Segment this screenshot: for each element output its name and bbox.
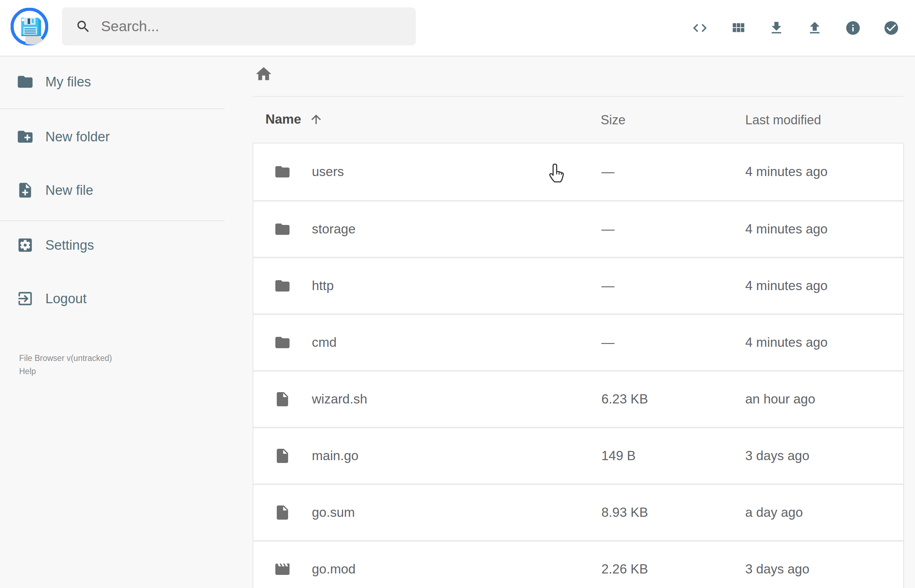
- file-icon: [274, 391, 291, 408]
- file-type-icon: [274, 221, 291, 237]
- search-input[interactable]: [101, 18, 402, 35]
- file-size: 6.23 KB: [601, 392, 648, 407]
- switch-view-grid-icon[interactable]: [730, 20, 746, 36]
- folder-icon: [274, 277, 291, 294]
- file-modified: an hour ago: [745, 392, 815, 407]
- file-listing: users — 4 minutes ago storage — 4 minute…: [253, 143, 904, 588]
- sidebar-footer: File Browser v(untracked) Help: [19, 352, 112, 378]
- file-icon: [274, 447, 291, 464]
- file-type-icon: [274, 334, 291, 351]
- file-row[interactable]: http — 4 minutes ago: [253, 257, 903, 313]
- file-browser-logo[interactable]: [11, 8, 48, 45]
- info-icon[interactable]: [845, 20, 861, 36]
- breadcrumb-divider: [253, 96, 904, 97]
- file-icon: [274, 504, 291, 521]
- file-row[interactable]: main.go 149 B 3 days ago: [253, 427, 903, 483]
- file-row[interactable]: cmd — 4 minutes ago: [253, 313, 903, 370]
- file-row[interactable]: storage — 4 minutes ago: [253, 200, 903, 257]
- file-modified: 4 minutes ago: [745, 222, 828, 237]
- file-type-icon: [274, 561, 291, 578]
- sidebar-item-label: Settings: [45, 237, 94, 253]
- download-icon[interactable]: [768, 20, 785, 36]
- sidebar-divider: [0, 108, 225, 109]
- logout-icon: [16, 290, 34, 307]
- file-modified: 4 minutes ago: [745, 164, 828, 179]
- select-multiple-check-icon[interactable]: [883, 20, 899, 36]
- folder-icon: [274, 221, 291, 237]
- file-type-icon: [274, 391, 291, 408]
- sidebar-item-logout[interactable]: Logout: [0, 284, 225, 313]
- file-name: http: [312, 278, 334, 293]
- new-file-icon: [16, 181, 34, 199]
- file-type-icon: [274, 447, 291, 464]
- sidebar-item-new-folder[interactable]: New folder: [0, 123, 225, 151]
- folder-icon: [274, 163, 291, 180]
- file-row[interactable]: go.mod 2.26 KB 3 days ago: [253, 540, 903, 588]
- sidebar-item-label: New file: [45, 183, 93, 198]
- shell-icon[interactable]: [692, 20, 708, 36]
- sort-by-name-header[interactable]: Name: [265, 112, 323, 127]
- sort-ascending-arrow-icon: [309, 112, 323, 126]
- file-name: cmd: [312, 335, 337, 350]
- file-type-icon: [274, 163, 291, 180]
- search-bar[interactable]: [62, 7, 416, 45]
- file-name: main.go: [312, 448, 359, 463]
- folder-icon: [274, 334, 291, 351]
- search-icon: [76, 19, 91, 34]
- file-name: wizard.sh: [312, 392, 367, 407]
- topbar-actions: [692, 0, 899, 56]
- sidebar-divider: [0, 220, 225, 221]
- file-modified: 4 minutes ago: [745, 335, 828, 350]
- file-row[interactable]: users — 4 minutes ago: [253, 144, 903, 200]
- file-size: —: [601, 222, 614, 237]
- sidebar: My files New folder New file Settings: [0, 57, 225, 588]
- breadcrumb-home-icon[interactable]: [254, 65, 273, 83]
- file-size: 2.26 KB: [601, 562, 648, 577]
- sidebar-item-label: My files: [45, 74, 91, 90]
- file-modified: 3 days ago: [745, 448, 809, 463]
- sidebar-item-my-files[interactable]: My files: [0, 68, 225, 96]
- settings-icon: [16, 236, 34, 254]
- file-modified: a day ago: [745, 505, 803, 520]
- sidebar-item-settings[interactable]: Settings: [0, 231, 225, 259]
- file-name: users: [312, 164, 344, 179]
- sidebar-item-label: New folder: [45, 129, 110, 145]
- sort-by-modified-header[interactable]: Last modified: [745, 113, 821, 128]
- file-type-icon: [274, 277, 291, 294]
- app-version: File Browser v(untracked): [19, 352, 112, 365]
- listing-header: Name Size Last modified: [253, 112, 904, 129]
- new-folder-icon: [16, 128, 34, 145]
- movie-icon: [274, 561, 291, 578]
- file-row[interactable]: go.sum 8.93 KB a day ago: [253, 483, 903, 540]
- file-name: go.sum: [312, 505, 355, 520]
- sidebar-item-new-file[interactable]: New file: [0, 176, 225, 204]
- file-row[interactable]: wizard.sh 6.23 KB an hour ago: [253, 370, 903, 427]
- file-size: 8.93 KB: [601, 505, 648, 520]
- file-name: storage: [312, 222, 356, 237]
- file-modified: 4 minutes ago: [745, 278, 828, 293]
- file-type-icon: [274, 504, 291, 521]
- name-header-label: Name: [265, 112, 301, 127]
- folder-icon: [16, 73, 34, 90]
- file-size: —: [601, 335, 614, 350]
- file-size: —: [601, 164, 614, 179]
- file-size: 149 B: [601, 448, 636, 463]
- file-size: —: [601, 278, 614, 293]
- top-bar: [0, 0, 915, 57]
- upload-icon[interactable]: [807, 20, 823, 36]
- file-name: go.mod: [312, 562, 356, 577]
- floppy-disk-icon: [11, 8, 48, 45]
- sort-by-size-header[interactable]: Size: [601, 113, 626, 128]
- sidebar-item-label: Logout: [45, 291, 86, 306]
- file-modified: 3 days ago: [745, 562, 809, 577]
- help-link[interactable]: Help: [19, 365, 112, 378]
